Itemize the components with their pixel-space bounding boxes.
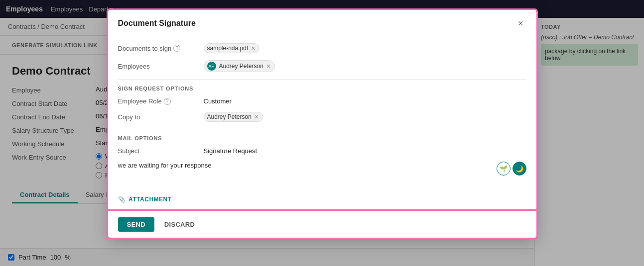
copy-to-tags: Audrey Peterson × [204, 112, 263, 122]
copy-to-row: Copy to Audrey Peterson × [118, 112, 526, 122]
documents-help-icon[interactable]: ? [173, 45, 180, 52]
employee-tag: AP Audrey Peterson × [204, 60, 275, 72]
copy-to-tag: Audrey Peterson × [204, 112, 263, 122]
documents-label: Documents to sign ? [118, 45, 198, 52]
modal-footer: SEND DISCARD [108, 211, 536, 238]
employee-tags: AP Audrey Peterson × [204, 60, 275, 72]
copy-to-tag-remove[interactable]: × [255, 113, 258, 120]
employee-role-label: Employee Role ? [118, 97, 198, 105]
divider-2 [118, 129, 526, 129]
modal-overlay: Document Signature × Documents to sign ?… [0, 0, 644, 266]
send-button[interactable]: SEND [118, 217, 154, 232]
moon-icon[interactable]: 🌙 [513, 162, 526, 176]
document-tag: sample-nda.pdf × [204, 43, 260, 53]
divider-1 [118, 79, 526, 80]
subject-label: Subject [118, 147, 198, 155]
documents-tags: sample-nda.pdf × [204, 43, 260, 53]
modal-close-button[interactable]: × [515, 18, 526, 29]
copy-to-label: Copy to [118, 113, 198, 121]
documents-to-sign-row: Documents to sign ? sample-nda.pdf × [118, 43, 526, 53]
employee-tag-remove[interactable]: × [266, 63, 270, 70]
attachment-row[interactable]: 📎 ATTACHMENT [118, 196, 526, 203]
message-actions: 🌱 🌙 [497, 162, 526, 176]
modal-header: Document Signature × [108, 10, 536, 35]
employees-row: Employees AP Audrey Peterson × [118, 60, 526, 72]
modal-title: Document Signature [118, 19, 196, 28]
subject-row: Subject [118, 147, 526, 155]
document-signature-modal: Document Signature × Documents to sign ?… [108, 10, 536, 238]
employee-role-value: Customer [204, 97, 232, 105]
employee-role-help-icon[interactable]: ? [164, 98, 171, 105]
emoji-icon[interactable]: 🌱 [497, 162, 511, 176]
sign-request-section: SIGN REQUEST OPTIONS [118, 86, 526, 91]
employees-label: Employees [118, 63, 198, 70]
subject-input[interactable] [204, 147, 526, 155]
document-tag-remove[interactable]: × [251, 45, 255, 52]
attachment-icon: 📎 [118, 196, 126, 203]
message-content-area: we are waiting for your response [118, 162, 491, 188]
modal-body: Documents to sign ? sample-nda.pdf × Emp… [108, 35, 536, 211]
employee-avatar: AP [207, 62, 216, 71]
employee-role-row: Employee Role ? Customer [118, 97, 526, 105]
discard-button[interactable]: DISCARD [158, 217, 201, 232]
attachment-label: ATTACHMENT [129, 196, 172, 203]
message-row: we are waiting for your response 🌱 🌙 [118, 162, 526, 192]
mail-options-section: MAIL OPTIONS [118, 135, 526, 141]
message-textarea[interactable]: we are waiting for your response [118, 162, 491, 186]
